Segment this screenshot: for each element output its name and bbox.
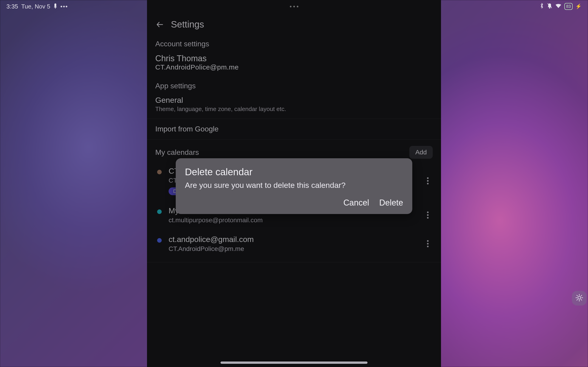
svg-point-3	[549, 7, 550, 8]
brightness-widget[interactable]	[572, 291, 587, 306]
svg-line-12	[581, 299, 582, 300]
battery-percent: 83	[566, 4, 571, 9]
battery-indicator: 83	[564, 3, 573, 10]
cancel-button[interactable]: Cancel	[343, 198, 369, 208]
svg-rect-1	[54, 7, 57, 7]
svg-line-14	[581, 295, 582, 296]
navigation-handle[interactable]	[221, 361, 367, 364]
svg-line-11	[577, 295, 578, 296]
bluetooth-icon	[540, 3, 544, 10]
brightness-icon	[575, 294, 583, 302]
settings-app: Settings Account settings Chris Thomas C…	[147, 0, 441, 367]
status-time: 3:35	[6, 3, 18, 10]
delete-label: Delete	[379, 198, 403, 207]
status-date: Tue, Nov 5	[21, 3, 50, 10]
dialog-message: Are you sure you want to delete this cal…	[185, 181, 403, 190]
status-bar: 3:35 Tue, Nov 5 •••	[0, 0, 588, 13]
more-notifications-icon: •••	[61, 3, 68, 10]
delete-button[interactable]: Delete	[379, 198, 403, 208]
delete-calendar-dialog: Delete calendar Are you sure you want to…	[176, 158, 412, 214]
charging-icon: ⚡	[575, 3, 582, 9]
svg-rect-0	[54, 3, 56, 7]
wifi-icon	[555, 3, 562, 10]
notification-indicator-icon	[53, 3, 57, 10]
dialog-title: Delete calendar	[185, 167, 403, 177]
dnd-mute-icon	[547, 3, 552, 10]
svg-line-13	[577, 299, 578, 300]
svg-point-6	[578, 296, 581, 299]
svg-rect-2	[55, 7, 56, 8]
cancel-label: Cancel	[343, 198, 369, 207]
